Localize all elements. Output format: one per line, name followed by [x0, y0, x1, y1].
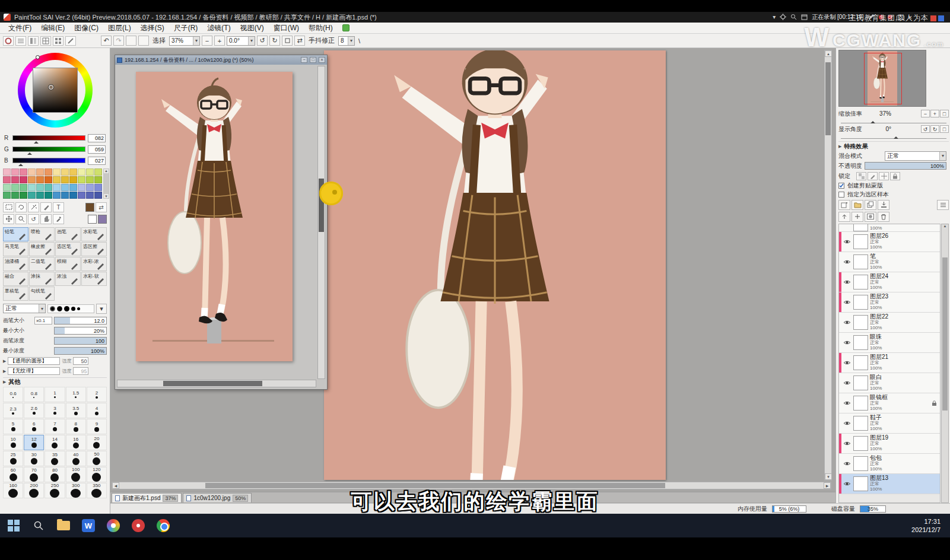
undo-button[interactable]: ↶ [101, 36, 112, 46]
brush-tool-水彩-软[interactable]: 水彩-软 [81, 272, 107, 286]
B-channel-slider[interactable] [12, 158, 85, 163]
brush-size-preset-50[interactable]: 50 [87, 451, 107, 466]
line-tool-icon[interactable]: \ [358, 37, 360, 44]
menu-item-文件(F)[interactable]: 文件(F) [4, 23, 36, 33]
brush-tool-水彩笔[interactable]: 水彩笔 [81, 227, 107, 241]
layer-visibility-toggle[interactable] [842, 481, 851, 486]
brush-tool-选区擦[interactable]: 选区擦 [81, 242, 107, 256]
main-canvas[interactable] [324, 50, 666, 480]
color-swatch-36[interactable] [3, 192, 11, 199]
new-folder-icon[interactable] [851, 200, 863, 210]
brush-tool-马克笔[interactable]: 马克笔 [3, 242, 28, 256]
color-cursor[interactable] [49, 85, 53, 90]
brush-tool-勾线笔[interactable]: 勾线笔 [29, 287, 55, 301]
chevron-right-icon[interactable]: ▶ [3, 369, 6, 374]
nav-angle-reset-button[interactable]: □ [940, 125, 949, 133]
file-explorer-icon[interactable] [56, 518, 71, 533]
taskbar-clock[interactable]: 17:31 2021/12/7 [911, 517, 944, 534]
scratchpad-icon[interactable] [65, 36, 76, 46]
color-swatch-38[interactable] [20, 192, 27, 199]
brush-size-preset-1[interactable]: 1 [45, 387, 65, 402]
layer-menu-icon[interactable] [937, 200, 949, 210]
color-swatch-41[interactable] [45, 192, 52, 199]
color-swatch-33[interactable] [78, 184, 85, 191]
wps-icon[interactable]: W [81, 518, 96, 533]
G-channel-slider[interactable] [12, 147, 85, 152]
reference-vertical-scrollbar[interactable] [317, 66, 325, 379]
layer-visibility-toggle[interactable] [842, 441, 851, 446]
color-swatch-28[interactable] [36, 184, 44, 191]
color-swatch-2[interactable] [20, 168, 27, 176]
magnifier-icon[interactable] [790, 12, 797, 23]
brush-tool-浓浊[interactable]: 浓浊 [55, 272, 81, 286]
menu-item-图像(C)[interactable]: 图像(C) [69, 23, 103, 33]
brush-size-preset-7[interactable]: 7 [45, 419, 65, 434]
brush-tool-草稿笔[interactable]: 草稿笔 [3, 287, 28, 301]
layer-item-眼白[interactable]: 眼白正常100% [839, 373, 940, 393]
taskbar-search-icon[interactable] [31, 518, 46, 533]
brush-size-preset-6[interactable]: 6 [24, 419, 44, 434]
brush-tip-shapes[interactable] [47, 304, 94, 313]
brush-size-preset-9[interactable]: 9 [87, 419, 107, 434]
maximize-icon[interactable]: □ [310, 57, 316, 63]
reference-canvas[interactable] [136, 72, 293, 361]
brush-tool-选区笔[interactable]: 选区笔 [55, 242, 81, 256]
layer-item-图层21[interactable]: 图层21正常100% [839, 353, 940, 373]
layer-visibility-toggle[interactable] [842, 421, 851, 426]
close-icon[interactable]: × [319, 57, 325, 63]
hand-tool-icon[interactable] [40, 214, 52, 224]
add-mask-icon[interactable] [865, 212, 876, 222]
move-tool-icon[interactable] [3, 214, 14, 224]
canvas-vertical-scrollbar[interactable]: ▲ ▼ [824, 50, 832, 481]
最小大小-slider[interactable]: 20% [54, 327, 107, 335]
rotate-ccw-button[interactable]: ↺ [257, 36, 268, 46]
brush-size-preset-2.6[interactable]: 2.6 [24, 403, 44, 418]
color-swatch-12[interactable] [3, 176, 11, 183]
color-swatch-9[interactable] [78, 168, 85, 176]
brush-size-preset-14[interactable]: 14 [45, 435, 65, 450]
new-layer-icon[interactable] [838, 200, 850, 210]
B-channel-value[interactable]: 027 [88, 157, 106, 165]
camera-icon[interactable] [897, 12, 904, 23]
color-swatch-3[interactable] [28, 168, 36, 176]
nav-zoom-out-button[interactable]: − [921, 110, 930, 117]
flip-horizontal-icon[interactable]: ⇄ [294, 36, 305, 46]
color-swatch-10[interactable] [86, 168, 94, 176]
color-swatch-14[interactable] [20, 176, 27, 183]
brush-size-preset-0.6[interactable]: 0.6 [3, 387, 23, 402]
crosshair-icon[interactable] [780, 12, 786, 23]
clipping-mask-row[interactable]: 创建剪贴蒙版 [838, 181, 949, 190]
color-swatch-42[interactable] [53, 192, 61, 199]
menu-item-帮助(H)[interactable]: 帮助(H) [304, 23, 338, 33]
reference-window-titlebar[interactable]: 192.168.1.254 / 备份资料 / ... / 1c0w1200.jp… [115, 55, 327, 65]
color-swatch-0[interactable] [3, 168, 11, 176]
layer-visibility-toggle[interactable] [842, 340, 851, 345]
color-swatch-6[interactable] [53, 168, 61, 176]
color-swatch-16[interactable] [36, 176, 44, 183]
plugin-icon[interactable] [342, 24, 350, 31]
brush-size-preset-80[interactable]: 80 [45, 467, 65, 482]
invert-selection-button[interactable] [138, 36, 149, 46]
window-icon[interactable] [801, 12, 808, 23]
zoom-dropdown[interactable]: 37%▾ [169, 36, 200, 46]
color-swatch-19[interactable] [61, 176, 69, 183]
layer-item-图层26[interactable]: 图层26正常100% [839, 232, 940, 252]
texture-strength-value[interactable]: 95 [73, 367, 88, 375]
hue-marker[interactable] [36, 55, 40, 59]
画笔浓度-slider[interactable]: 100 [54, 337, 107, 345]
color-swatch-39[interactable] [28, 192, 36, 199]
nav-rotate-cw-button[interactable]: ↻ [930, 125, 939, 133]
brush-size-preset-16[interactable]: 16 [66, 435, 86, 450]
zoom-in-button[interactable]: + [214, 36, 225, 46]
panel-lines-icon[interactable] [15, 36, 26, 46]
lock-all-icon[interactable] [890, 172, 900, 180]
brush-size-preset-8[interactable]: 8 [66, 419, 86, 434]
color-swatch-46[interactable] [86, 192, 94, 199]
background-color-chip[interactable] [88, 215, 97, 224]
brush-size-preset-60[interactable]: 60 [3, 467, 23, 482]
layer-visibility-toggle[interactable] [842, 259, 851, 265]
color-swatch-31[interactable] [61, 184, 69, 191]
G-channel-value[interactable]: 059 [88, 145, 106, 154]
brush-tool-油漆桶[interactable]: 油漆桶 [3, 257, 28, 271]
layer-visibility-toggle[interactable] [842, 239, 851, 244]
